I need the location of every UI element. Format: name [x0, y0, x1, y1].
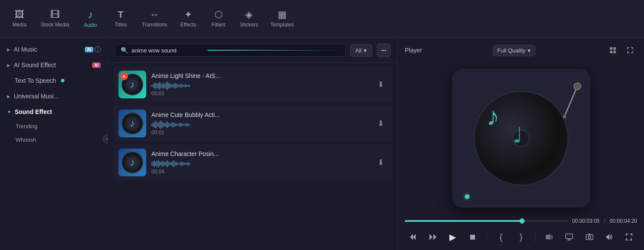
bracket-right-button[interactable]: } [513, 229, 529, 245]
expand-icon [627, 47, 634, 54]
controls-row: ▶ ⏹ { } [405, 229, 637, 245]
rewind-button[interactable] [405, 229, 420, 245]
filter-button[interactable]: All ▾ [350, 44, 372, 57]
nav-label-titles: Titles [115, 22, 127, 28]
progress-bar[interactable] [405, 220, 568, 222]
nav-label-transitions: Transitions [142, 22, 167, 28]
nav-item-filters[interactable]: ⬡ Filters [203, 6, 234, 31]
nav-label-templates: Templates [270, 22, 294, 28]
media-icon: 🖼 [15, 10, 24, 19]
camera-button[interactable] [582, 229, 597, 245]
fullscreen-ctrl-button[interactable] [622, 229, 637, 245]
track-title: Anime Cute Bubbly Acti... [151, 111, 369, 118]
sidebar-sub-item-trending[interactable]: Trending [0, 120, 108, 133]
track-duration: 00:01 [151, 130, 369, 136]
titles-icon: T [118, 10, 123, 19]
quality-label: Full Quality [497, 47, 525, 54]
more-options-button[interactable]: ••• [377, 43, 391, 57]
split-button[interactable] [541, 229, 557, 245]
play-button[interactable]: ▶ [445, 229, 461, 245]
nav-label-stock-media: Stock Media [41, 22, 69, 28]
search-input[interactable] [131, 47, 204, 54]
sidebar-label-sound-effect: Sound Effect [15, 108, 52, 115]
audio-icon: ♪ [88, 10, 93, 20]
nav-item-stock-media[interactable]: 🎞 Stock Media [35, 6, 75, 31]
svg-rect-12 [566, 234, 573, 239]
waveform [151, 159, 369, 169]
search-underline [208, 50, 340, 51]
filter-label: All [356, 47, 362, 54]
chevron-right-icon-2: ▶ [7, 63, 10, 68]
nav-item-templates[interactable]: ▦ Templates [264, 6, 300, 31]
progress-thumb [519, 218, 525, 224]
nav-label-stickers: Stickers [240, 22, 258, 28]
sidebar-item-text-to-speech[interactable]: Text To Speech [0, 73, 108, 88]
music-note-1: ♪ [487, 99, 513, 131]
nav-label-audio: Audio [84, 22, 97, 28]
nav-item-transitions[interactable]: ↔ Transitions [136, 6, 173, 31]
chevron-down-icon-quality: ▾ [528, 47, 531, 54]
chevron-down-icon: ▼ [7, 110, 11, 114]
svg-rect-15 [586, 235, 593, 240]
svg-rect-1 [613, 47, 616, 50]
track-info: Anime Cute Bubbly Acti... 00:01 [151, 111, 369, 136]
table-row[interactable]: ♥ ♪ Anime Light Shine - AIS... 00:01 ⬇ [113, 66, 392, 103]
filters-icon: ⬡ [215, 10, 223, 19]
sidebar-sub-item-whoosh[interactable]: Whoosh [0, 133, 108, 146]
search-input-wrap[interactable]: 🔍 [115, 44, 346, 57]
bracket-left-button[interactable]: { [493, 229, 509, 245]
stock-media-icon: 🎞 [50, 10, 60, 19]
track-title: Anime Light Shine - AIS... [151, 72, 369, 79]
player-header-right [606, 43, 637, 57]
download-button[interactable]: ⬇ [374, 78, 387, 91]
volume-button[interactable] [602, 229, 617, 245]
nav-item-stickers[interactable]: ◈ Stickers [234, 6, 264, 31]
download-button[interactable]: ⬇ [374, 156, 387, 169]
player-art-wrap: ♪ ♩ [405, 62, 637, 214]
sub-item-label-whoosh: Whoosh [16, 136, 36, 143]
led-dot [465, 195, 469, 199]
nav-item-titles[interactable]: T Titles [106, 6, 136, 31]
templates-icon: ▦ [278, 10, 287, 19]
table-row[interactable]: ♪ Anime Cute Bubbly Acti... 00:01 ⬇ [113, 105, 392, 142]
track-thumbnail: ♥ ♪ [119, 71, 146, 98]
time-total: 00:00:04:20 [610, 218, 637, 224]
svg-point-6 [563, 115, 566, 118]
svg-rect-0 [610, 47, 612, 50]
top-nav: 🖼 Media 🎞 Stock Media ♪ Audio T Titles ↔… [0, 0, 644, 38]
quality-select[interactable]: Full Quality ▾ [493, 45, 535, 56]
sidebar-item-ai-sound-effect[interactable]: ▶ AI Sound Effect AI [0, 57, 108, 73]
monitor-button[interactable] [561, 229, 577, 245]
step-back-button[interactable] [425, 229, 440, 245]
ai-sound-badge: AI [92, 62, 101, 68]
sidebar-item-ai-music[interactable]: ▶ AI Music AI i [0, 42, 108, 57]
fullscreen-button[interactable] [623, 43, 637, 57]
nav-item-audio[interactable]: ♪ Audio [75, 6, 106, 32]
info-icon: i [95, 46, 101, 52]
nav-item-effects[interactable]: ✦ Effects [173, 6, 203, 31]
search-icon: 🔍 [121, 47, 128, 54]
svg-rect-9 [546, 235, 549, 239]
ctrl-divider-2 [535, 233, 535, 241]
stop-button[interactable]: ⏹ [465, 229, 481, 245]
svg-line-4 [564, 86, 577, 117]
track-list: ♥ ♪ Anime Light Shine - AIS... 00:01 ⬇ [108, 63, 397, 250]
vinyl-icon: ♪ [122, 152, 143, 173]
time-current: 00:00:03:05 [572, 218, 599, 224]
chevron-right-icon-3: ▶ [7, 94, 10, 99]
ai-pill-2: AI [92, 62, 101, 68]
player-label: Player [405, 47, 422, 54]
download-button[interactable]: ⬇ [374, 117, 387, 130]
nav-label-media: Media [13, 22, 27, 28]
grid-view-button[interactable] [606, 43, 620, 57]
sidebar-item-sound-effect[interactable]: ▼ Sound Effect [0, 104, 108, 120]
sidebar-item-universal-music[interactable]: ▶ Universal Musi... [0, 88, 108, 104]
nav-item-media[interactable]: 🖼 Media [4, 6, 35, 31]
svg-point-16 [588, 236, 591, 239]
track-title: Anime Character Posin... [151, 150, 369, 157]
ctrl-divider-1 [487, 233, 487, 241]
sidebar: ▶ AI Music AI i ▶ AI Sound Effect AI Tex… [0, 38, 108, 250]
sidebar-label-ai-sound-effect: AI Sound Effect [14, 62, 56, 68]
progress-fill [405, 220, 522, 222]
table-row[interactable]: ♪ Anime Character Posin... 00:04 ⬇ [113, 144, 392, 181]
